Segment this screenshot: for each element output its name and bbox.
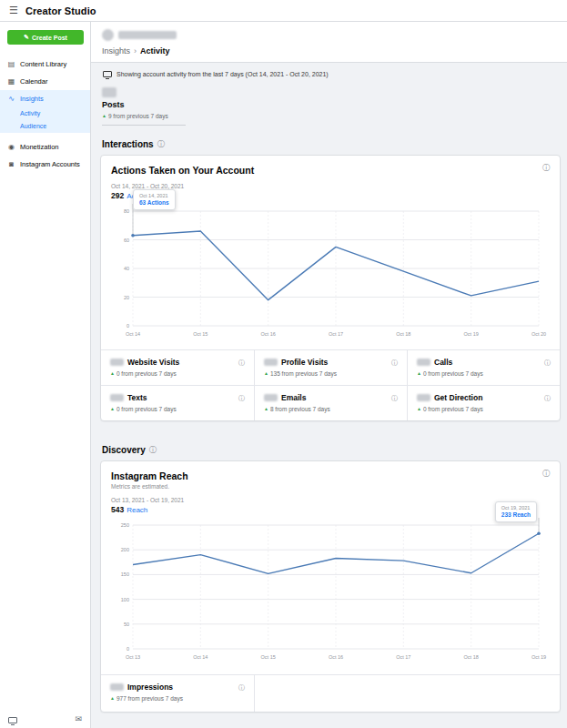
top-bar: ☰ Creator Studio <box>0 0 567 22</box>
svg-text:150: 150 <box>121 571 129 577</box>
svg-text:Oct 16: Oct 16 <box>329 654 343 660</box>
svg-text:Oct 18: Oct 18 <box>464 654 479 660</box>
breadcrumb-insights-link[interactable]: Insights <box>102 46 130 56</box>
desktop-app-icon[interactable] <box>8 717 17 723</box>
stat-profile-visits: Profile Visits ⓘ ▲135 from previous 7 da… <box>254 350 407 385</box>
create-post-button[interactable]: ✎ Create Post <box>7 30 84 45</box>
svg-text:250: 250 <box>121 522 129 528</box>
posts-count-redacted <box>102 87 116 97</box>
svg-text:60: 60 <box>124 238 129 243</box>
posts-label: Posts <box>102 100 186 109</box>
sidebar-item-label: Insights <box>20 95 44 103</box>
info-icon[interactable]: ⓘ <box>238 359 245 366</box>
stat-delta: 0 from previous 7 days <box>423 370 483 377</box>
svg-text:Oct 14: Oct 14 <box>193 654 208 660</box>
page-header: Insights › Activity <box>91 22 567 63</box>
tooltip-date: Oct 19, 2021 <box>501 505 531 511</box>
stat-calls: Calls ⓘ ▲0 from previous 7 days <box>407 350 560 385</box>
stat-label: Profile Visits <box>281 358 388 367</box>
up-arrow-icon: ▲ <box>102 114 106 118</box>
stat-texts: Texts ⓘ ▲0 from previous 7 days <box>101 385 254 420</box>
sidebar-item-label: Calendar <box>20 77 47 86</box>
reach-line-chart[interactable]: 050100150200250Oct 13Oct 14Oct 15Oct 16O… <box>111 518 550 663</box>
hamburger-menu-icon[interactable]: ☰ <box>9 5 18 15</box>
stat-value-redacted <box>264 359 278 366</box>
sidebar-item-calendar[interactable]: ▦ Calendar <box>0 73 90 90</box>
info-icon[interactable]: ⓘ <box>149 447 157 454</box>
svg-text:0: 0 <box>127 646 129 652</box>
stat-label: Get Direction <box>434 393 541 402</box>
reach-card-subtitle: Metrics are estimated. <box>101 483 560 490</box>
monetization-icon: ◉ <box>7 144 15 151</box>
svg-text:Oct 17: Oct 17 <box>396 654 410 660</box>
stat-website-visits: Website Visits ⓘ ▲0 from previous 7 days <box>101 350 254 385</box>
up-arrow-icon: ▲ <box>110 407 115 411</box>
stat-value-redacted <box>110 394 124 401</box>
svg-text:Oct 15: Oct 15 <box>193 331 208 337</box>
actions-line-chart[interactable]: 020406080Oct 14Oct 15Oct 16Oct 17Oct 18O… <box>111 204 550 340</box>
svg-text:20: 20 <box>124 295 129 300</box>
up-arrow-icon: ▲ <box>417 371 421 376</box>
sidebar-item-instagram-accounts[interactable]: ◙ Instagram Accounts <box>0 156 90 173</box>
interaction-stats-grid: Website Visits ⓘ ▲0 from previous 7 days… <box>101 349 560 420</box>
discovery-title: Discovery <box>102 445 146 455</box>
info-icon[interactable]: ⓘ <box>391 395 398 401</box>
up-arrow-icon: ▲ <box>417 407 421 411</box>
info-icon[interactable]: ⓘ <box>391 359 398 366</box>
up-arrow-icon: ▲ <box>264 371 268 376</box>
stat-label: Texts <box>127 393 235 402</box>
account-name-redacted <box>118 31 177 39</box>
reach-card: Instagram Reach ⓘ Metrics are estimated.… <box>100 460 561 713</box>
stat-emails: Emails ⓘ ▲8 from previous 7 days <box>254 385 407 420</box>
svg-text:Oct 20: Oct 20 <box>532 331 546 337</box>
svg-text:Oct 17: Oct 17 <box>329 331 343 337</box>
stat-label: Impressions <box>127 682 235 692</box>
info-icon[interactable]: ⓘ <box>157 141 165 148</box>
sidebar-item-insights[interactable]: ∿ Insights <box>0 90 90 107</box>
sidebar-item-label: Content Library <box>20 60 66 68</box>
sidebar: ✎ Create Post ▤ Content Library ▦ Calend… <box>0 22 91 728</box>
reach-total-label[interactable]: Reach <box>127 506 147 514</box>
interactions-title: Interactions <box>102 139 154 149</box>
up-arrow-icon: ▲ <box>264 407 268 411</box>
sidebar-item-monetization[interactable]: ◉ Monetization <box>0 138 90 156</box>
main-content: Insights › Activity Showing account acti… <box>91 22 567 728</box>
svg-text:Oct 14: Oct 14 <box>126 331 140 337</box>
pencil-icon: ✎ <box>24 34 29 41</box>
insights-icon: ∿ <box>7 96 15 103</box>
reach-date-range: Oct 13, 2021 - Oct 19, 2021 <box>101 490 560 503</box>
calendar-icon: ▦ <box>7 78 15 86</box>
stat-label: Calls <box>434 358 541 367</box>
monitor-icon <box>103 71 112 77</box>
info-icon[interactable]: ⓘ <box>544 359 551 366</box>
app-title: Creator Studio <box>25 5 96 16</box>
stat-delta: 135 from previous 7 days <box>270 370 337 377</box>
svg-text:Oct 13: Oct 13 <box>126 654 140 660</box>
svg-text:0: 0 <box>127 323 129 329</box>
stat-value-redacted <box>417 359 430 366</box>
instagram-icon: ◙ <box>7 161 15 168</box>
info-icon[interactable]: ⓘ <box>238 395 245 401</box>
sidebar-subitem-audience[interactable]: Audience <box>0 120 90 133</box>
up-arrow-icon: ▲ <box>110 696 115 701</box>
impressions-row: Impressions ⓘ ▲977 from previous 7 days <box>101 674 560 712</box>
account-selector[interactable] <box>102 27 556 42</box>
stat-label: Website Visits <box>127 358 235 367</box>
stat-delta: 0 from previous 7 days <box>116 406 177 412</box>
info-icon[interactable]: ⓘ <box>238 684 245 691</box>
discovery-section-header: Discovery ⓘ <box>102 445 556 455</box>
content-library-icon: ▤ <box>7 61 15 68</box>
sidebar-subitem-activity[interactable]: Activity <box>0 107 90 120</box>
sidebar-item-content-library[interactable]: ▤ Content Library <box>0 56 90 73</box>
actions-chart-tooltip: Oct 14, 2021 63 Actions <box>133 189 176 210</box>
svg-text:100: 100 <box>121 597 129 602</box>
info-icon[interactable]: ⓘ <box>544 395 551 401</box>
info-icon[interactable]: ⓘ <box>542 470 550 478</box>
feedback-envelope-icon[interactable]: ✉ <box>75 715 82 723</box>
info-icon[interactable]: ⓘ <box>542 165 550 172</box>
tooltip-value: 63 Actions <box>139 199 169 206</box>
actions-date-range: Oct 14, 2021 - Oct 20, 2021 <box>101 176 560 189</box>
svg-text:Oct 18: Oct 18 <box>396 331 410 337</box>
breadcrumb: Insights › Activity <box>102 46 556 56</box>
notice-text: Showing account activity from the last 7… <box>116 71 329 77</box>
